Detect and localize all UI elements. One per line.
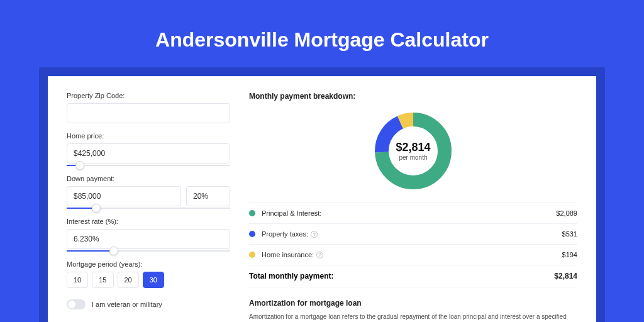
legend-value: $531 xyxy=(562,230,577,238)
legend-row: Property taxes:?$531 xyxy=(249,224,577,245)
down-payment-label: Down payment: xyxy=(67,175,230,182)
legend-value: $194 xyxy=(562,251,577,258)
total-value: $2,814 xyxy=(554,272,577,280)
down-payment-slider[interactable] xyxy=(67,208,230,209)
period-option-15[interactable]: 15 xyxy=(92,272,113,288)
payment-donut-chart: $2,814 per month xyxy=(373,111,453,191)
down-payment-pct-input[interactable] xyxy=(186,186,230,206)
legend-dot xyxy=(249,231,255,237)
interest-input[interactable] xyxy=(67,229,230,249)
breakdown-title: Monthly payment breakdown: xyxy=(249,92,577,101)
total-label: Total monthly payment: xyxy=(249,272,333,280)
zip-input[interactable] xyxy=(67,103,230,123)
inputs-column: Property Zip Code: Home price: Down paym… xyxy=(67,92,230,322)
breakdown-column: Monthly payment breakdown: $2,814 per mo… xyxy=(249,92,577,322)
legend-dot xyxy=(249,252,255,258)
legend-row: Principal & Interest:$2,089 xyxy=(249,203,577,224)
zip-label: Property Zip Code: xyxy=(67,92,230,99)
donut-center-sub: per month xyxy=(399,154,427,161)
legend-row: Home insurance:?$194 xyxy=(249,245,577,265)
period-option-20[interactable]: 20 xyxy=(118,272,139,288)
home-price-label: Home price: xyxy=(67,132,230,140)
down-payment-amount-input[interactable] xyxy=(67,186,181,206)
calculator-frame: Property Zip Code: Home price: Down paym… xyxy=(39,67,605,322)
home-price-input[interactable] xyxy=(67,143,230,164)
period-label: Mortgage period (years): xyxy=(67,260,230,268)
legend-value: $2,089 xyxy=(556,209,577,217)
home-price-slider[interactable] xyxy=(67,165,230,166)
veteran-toggle[interactable] xyxy=(67,299,86,309)
period-option-10[interactable]: 10 xyxy=(67,272,88,288)
interest-label: Interest rate (%): xyxy=(67,218,230,225)
donut-center-value: $2,814 xyxy=(396,141,430,154)
legend-label: Home insurance:? xyxy=(262,251,323,258)
page-title: Andersonville Mortgage Calculator xyxy=(0,28,644,52)
legend-label: Principal & Interest: xyxy=(262,209,321,217)
info-icon[interactable]: ? xyxy=(316,252,323,258)
amortization-title: Amortization for mortgage loan xyxy=(249,299,577,308)
veteran-label: I am veteran or military xyxy=(92,301,162,308)
amortization-text: Amortization for a mortgage loan refers … xyxy=(249,313,577,321)
legend-label: Property taxes:? xyxy=(262,230,318,238)
interest-slider[interactable] xyxy=(67,250,230,252)
period-option-30[interactable]: 30 xyxy=(143,272,164,288)
legend-dot xyxy=(249,210,255,216)
info-icon[interactable]: ? xyxy=(311,231,318,238)
